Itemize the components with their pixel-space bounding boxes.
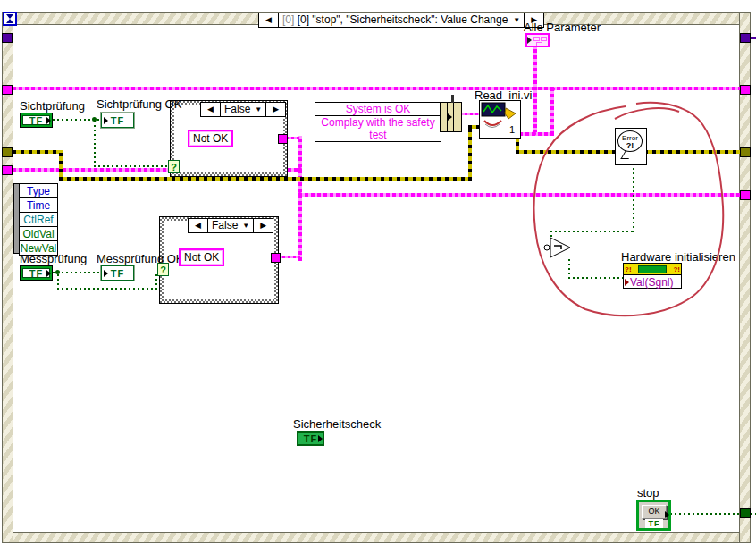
event-case-selector[interactable]: [0] [0] "stop", "Sicherheitscheck": Valu…: [279, 13, 525, 27]
control-arrow-icon: [46, 117, 51, 124]
tunnel-cluster-right: [740, 85, 751, 95]
messpruefung-ok-terminal[interactable]: TF: [101, 265, 134, 281]
property-name: Val(Sgnl): [630, 276, 673, 289]
case1-header: ◀ False ▼ ▶: [200, 102, 286, 117]
wire-junction-dot: [298, 167, 302, 172]
property-row[interactable]: Val(Sgnl): [624, 275, 681, 289]
dropdown-icon: ▼: [255, 103, 262, 116]
cluster-dot: [541, 37, 547, 41]
sicherheitscheck-terminal[interactable]: TF: [297, 431, 324, 446]
tunnel-refnum-left: [2, 33, 13, 43]
case1-tunnel: [278, 134, 288, 144]
sichtpruefung-terminal[interactable]: TF: [20, 113, 53, 128]
wire-error-1: [13, 150, 63, 154]
wire-error-4: [468, 125, 472, 181]
select-function[interactable]: [440, 102, 462, 132]
event-case-label: [0] "stop", "Sicherheitscheck": Value Ch…: [278, 13, 508, 27]
event-field-time[interactable]: Time: [19, 198, 58, 213]
messpruefung-ok-label: Messprüfung OK: [97, 252, 184, 265]
labview-block-diagram: ◀ [0] [0] "stop", "Sicherheitscheck": Va…: [0, 0, 756, 546]
tunnel-error-left: [2, 147, 13, 157]
tunnel-refnum-right: [740, 33, 751, 43]
case1-next-button[interactable]: ▶: [266, 103, 285, 116]
wire-not-out: [568, 257, 570, 279]
string-constant-notok-2[interactable]: Not OK: [179, 248, 224, 266]
control-arrow-icon: [46, 270, 51, 277]
event-field-oldval[interactable]: OldVal: [19, 227, 58, 241]
prev-arrow-icon: ◀: [265, 13, 272, 27]
readini-icon-art: 1: [480, 101, 518, 136]
event-data-node[interactable]: Type Time CtlRef OldVal NewVal: [19, 183, 58, 256]
wire-sicht-branch: [94, 121, 96, 167]
wire-errorhandler-down: [633, 163, 634, 232]
case1-selector[interactable]: False ▼: [221, 103, 266, 116]
select-divider: [453, 103, 454, 131]
hourglass-icon: [4, 13, 15, 24]
alle-parameter-label: Alle Parameter: [524, 21, 601, 34]
sichtpruefung-ok-terminal[interactable]: TF: [101, 113, 134, 128]
case1-prev-button[interactable]: ◀: [201, 103, 221, 116]
wire-junction-dot: [298, 192, 302, 197]
wire-junction-dot: [55, 270, 60, 274]
string-comply[interactable]: Complay with the safety test: [315, 116, 441, 141]
error-handler-vi[interactable]: Error ?!: [615, 128, 647, 165]
warn-icon: ?!: [625, 265, 632, 273]
alle-parameter-terminal[interactable]: [525, 33, 550, 47]
ok-button[interactable]: OK: [642, 505, 667, 519]
tf-text: TF: [111, 115, 124, 126]
event-timeout-terminal[interactable]: [3, 12, 17, 26]
tf-text: TF: [29, 268, 43, 279]
tunnel-string-left: [2, 165, 13, 175]
readini-badge: 1: [509, 124, 515, 135]
dropdown-icon: ▼: [513, 13, 520, 27]
wire-string-vertical: [298, 136, 302, 261]
wire-error-3: [59, 177, 472, 181]
wire-alle-parameter: [533, 46, 537, 134]
string-system-ok[interactable]: System is OK: [315, 103, 441, 116]
sicherheitscheck-label: Sicherheitscheck: [293, 417, 381, 431]
case2-selector[interactable]: False ▼: [208, 219, 254, 232]
event-prev-button[interactable]: ◀: [259, 13, 279, 27]
sichtpruefung-ok-label: Sichtprüfung OK: [97, 97, 181, 111]
wire-to-not: [550, 231, 634, 232]
property-node[interactable]: ?! ?! Val(Sgnl): [623, 263, 682, 289]
error-punct: ?!: [618, 142, 642, 150]
dropdown-icon: ▼: [242, 219, 249, 232]
messpruefung-terminal[interactable]: TF: [20, 265, 53, 281]
green-bar-icon: [638, 265, 667, 273]
tf-text: TF: [111, 268, 124, 279]
event-field-ctlref[interactable]: CtlRef: [19, 213, 58, 227]
sichtpruefung-label: Sichtprüfung: [20, 99, 85, 113]
indicator-arrow-icon: [104, 270, 108, 277]
control-arrow-icon: [318, 435, 323, 442]
wire-messpruefung: [53, 272, 106, 273]
event-structure-header: ◀ [0] [0] "stop", "Sicherheitscheck": Va…: [258, 13, 544, 28]
event-field-type[interactable]: Type: [19, 183, 58, 198]
warn-icon: ?!: [673, 265, 680, 273]
control-arrow-icon: [665, 511, 669, 518]
select-arrow-icon: [448, 113, 452, 121]
string-constant-notok-1[interactable]: Not OK: [188, 130, 233, 147]
property-node-label: Hardware initialisieren: [621, 250, 735, 264]
select-string-constants[interactable]: System is OK Complay with the safety tes…: [315, 102, 441, 142]
property-input-arrow-icon: [625, 279, 629, 286]
property-node-icon-bar: ?! ?!: [624, 264, 681, 275]
next-arrow-icon: ▶: [273, 103, 279, 116]
tunnel-error-right: [740, 147, 751, 157]
stop-button-terminal[interactable]: OK TF: [636, 500, 671, 531]
case2-header: ◀ False ▼ ▶: [188, 218, 273, 233]
case2-prev-button[interactable]: ◀: [189, 219, 208, 232]
tf-text: TF: [645, 519, 663, 528]
wire-junction-dot: [92, 117, 97, 122]
cluster-dot: [533, 37, 540, 41]
prev-arrow-icon: ◀: [207, 103, 214, 116]
case2-next-button[interactable]: ▶: [254, 219, 273, 232]
wire-string-long: [298, 193, 740, 197]
wire-junction-dot: [532, 131, 536, 136]
cluster-dot: [536, 42, 542, 46]
wire-to-property: [568, 277, 624, 279]
case2-selector-terminal[interactable]: ?: [157, 263, 169, 276]
not-function[interactable]: [543, 236, 575, 259]
case1-selector-terminal[interactable]: ?: [168, 160, 180, 173]
readini-subvi-icon[interactable]: 1: [479, 100, 521, 139]
